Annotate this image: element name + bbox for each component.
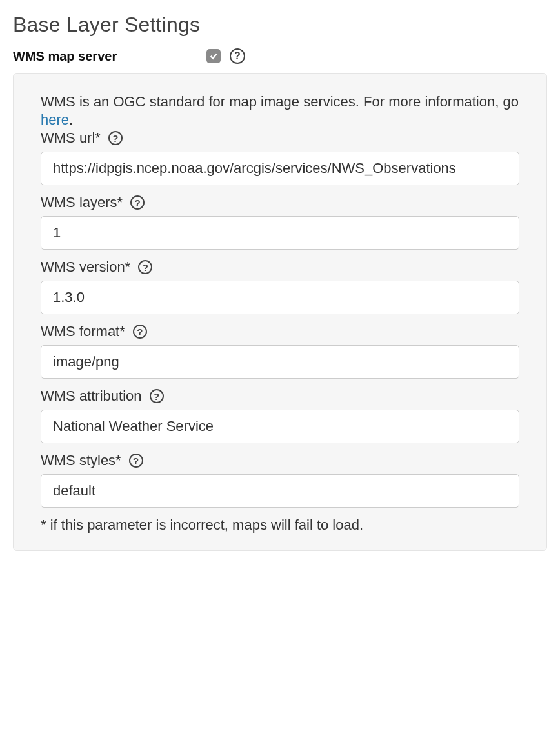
help-icon[interactable]: ?	[130, 195, 145, 210]
wms-version-input[interactable]	[41, 281, 519, 314]
wms-url-label: WMS url*	[41, 130, 101, 146]
wms-description-text: WMS is an OGC standard for map image ser…	[41, 94, 519, 110]
wms-toggle-row: WMS map server ?	[13, 48, 547, 64]
wms-styles-input[interactable]	[41, 474, 519, 508]
wms-footnote: * if this parameter is incorrect, maps w…	[41, 517, 519, 534]
wms-url-field: WMS url* ?	[41, 130, 519, 185]
wms-styles-field: WMS styles* ?	[41, 452, 519, 508]
wms-toggle-checkbox[interactable]	[206, 49, 221, 63]
help-icon[interactable]: ?	[150, 389, 164, 403]
wms-format-field: WMS format* ?	[41, 323, 519, 379]
help-icon[interactable]: ?	[230, 48, 245, 64]
wms-layers-input[interactable]	[41, 216, 519, 250]
wms-styles-label: WMS styles*	[41, 452, 121, 469]
wms-description-suffix: .	[69, 112, 73, 128]
wms-description: WMS is an OGC standard for map image ser…	[41, 93, 519, 128]
wms-attribution-field: WMS attribution ?	[41, 388, 519, 443]
wms-layers-label: WMS layers*	[41, 194, 123, 211]
help-icon[interactable]: ?	[133, 325, 147, 339]
wms-version-label: WMS version*	[41, 259, 130, 275]
wms-description-link[interactable]: here	[41, 112, 69, 128]
wms-attribution-input[interactable]	[41, 410, 519, 443]
wms-version-field: WMS version* ?	[41, 259, 519, 314]
wms-toggle-label: WMS map server	[13, 49, 206, 64]
wms-layers-field: WMS layers* ?	[41, 194, 519, 250]
wms-attribution-label: WMS attribution	[41, 388, 142, 404]
help-icon[interactable]: ?	[129, 454, 143, 468]
wms-format-label: WMS format*	[41, 323, 125, 340]
page-title: Base Layer Settings	[13, 13, 547, 37]
help-icon[interactable]: ?	[138, 260, 152, 274]
check-icon	[209, 52, 218, 61]
wms-format-input[interactable]	[41, 345, 519, 379]
wms-settings-panel: WMS is an OGC standard for map image ser…	[13, 73, 547, 551]
help-icon[interactable]: ?	[108, 131, 123, 145]
wms-url-input[interactable]	[41, 152, 519, 185]
